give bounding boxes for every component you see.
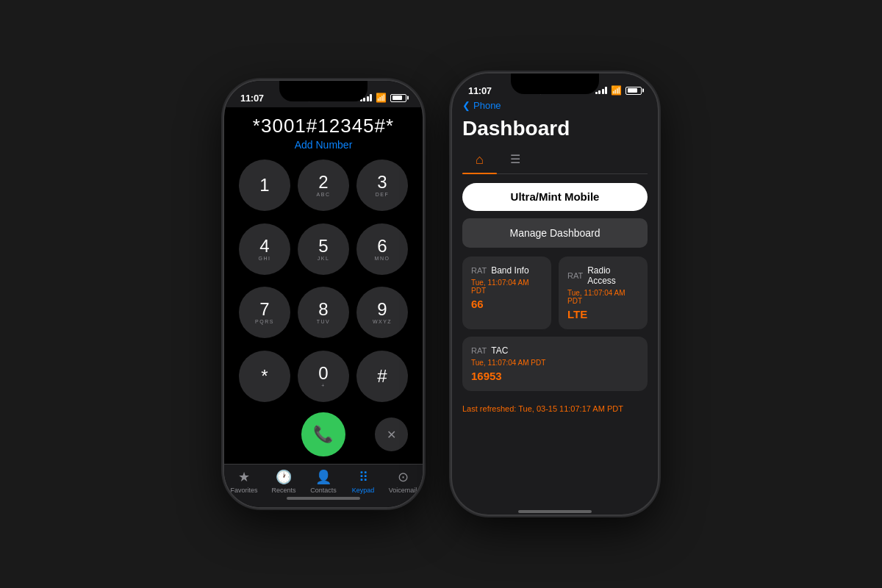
battery-icon [390, 94, 406, 102]
dialer-screen: 11:07 ▶ 📶 *3001#12345#* Add Number [224, 81, 423, 507]
tac-rat-label: RAT [471, 346, 487, 355]
key-2[interactable]: 2ABC [298, 159, 349, 211]
back-text[interactable]: Phone [473, 100, 501, 111]
notch [279, 81, 368, 101]
key-9[interactable]: 9WXYZ [356, 287, 408, 338]
key-6[interactable]: 6MNO [356, 223, 408, 275]
tac-card: RAT TAC Tue, 11:07:04 AM PDT 16953 [462, 337, 648, 391]
call-button[interactable]: 📞 [301, 412, 345, 456]
key-1[interactable]: 1 [239, 159, 290, 211]
phone-dialer: 11:07 ▶ 📶 *3001#12345#* Add Number [224, 81, 423, 507]
manage-label: Manage Dashboard [510, 227, 600, 239]
tab-bar: ★Favorites🕐Recents👤Contacts⠿Keypad⊙Voice… [224, 464, 423, 507]
notch-right [511, 74, 599, 94]
tab-label-keypad: Keypad [352, 487, 375, 494]
band-time: Tue, 11:07:04 AM PDT [471, 279, 542, 295]
battery-icon-right [625, 87, 642, 95]
dashboard-screen: 11:07 ▶ 📶 ❮ Phone [452, 74, 658, 514]
key-7[interactable]: 7PQRS [239, 287, 290, 338]
dialer-actions: 📞 ✕ [224, 406, 423, 464]
band-value: 66 [471, 298, 542, 310]
key-star[interactable]: * [239, 351, 290, 402]
radio-access-card: RAT Radio Access Tue, 11:07:04 AM PDT LT… [559, 257, 648, 329]
add-number-link[interactable]: Add Number [224, 139, 423, 159]
band-rat-label: RAT [471, 266, 487, 275]
tab-label-favorites: Favorites [230, 487, 257, 494]
dashboard-title: Dashboard [462, 114, 648, 140]
key-4[interactable]: 4GHI [239, 223, 290, 275]
tab-keypad[interactable]: ⠿Keypad [347, 469, 379, 494]
key-5[interactable]: 5JKL [298, 223, 349, 275]
home-indicator-right [518, 510, 592, 513]
key-0[interactable]: 0+ [298, 351, 349, 402]
tab-recents[interactable]: 🕐Recents [268, 469, 300, 494]
radio-rat-label: RAT [567, 271, 583, 280]
tab-favorites[interactable]: ★Favorites [228, 469, 260, 494]
tac-value: 16953 [471, 370, 639, 382]
delete-icon: ✕ [387, 428, 396, 442]
status-icons-dashboard: 📶 [595, 85, 642, 96]
menu-tab-icon: ☰ [510, 153, 520, 165]
provider-pill[interactable]: Ultra/Mint Mobile [462, 183, 648, 211]
dash-content: Dashboard ⌂ ☰ Ultra/Mint Mobile [452, 114, 658, 507]
tab-icon-favorites: ★ [238, 469, 250, 485]
tab-label-contacts: Contacts [310, 487, 337, 494]
status-icons-dialer: 📶 [360, 93, 407, 103]
tab-icon-contacts: 👤 [315, 469, 331, 485]
key-hash[interactable]: # [356, 351, 408, 402]
tab-icon-voicemail: ⊙ [398, 469, 409, 485]
status-time-dialer: 11:07 [240, 93, 264, 104]
last-refreshed: Last refreshed: Tue, 03-15 11:07:17 AM P… [462, 398, 648, 416]
delete-button[interactable]: ✕ [375, 417, 408, 451]
tab-label-voicemail: Voicemail [389, 487, 417, 494]
tab-contacts[interactable]: 👤Contacts [307, 469, 340, 494]
tab-home[interactable]: ⌂ [462, 148, 497, 173]
tac-time: Tue, 11:07:04 AM PDT [471, 359, 639, 367]
back-chevron-icon: ❮ [462, 100, 470, 111]
key-3[interactable]: 3DEF [356, 159, 408, 211]
band-info-card: RAT Band Info Tue, 11:07:04 AM PDT 66 [462, 257, 551, 329]
band-type-label: Band Info [491, 265, 528, 276]
home-tab-icon: ⌂ [476, 152, 484, 167]
provider-label: Ultra/Mint Mobile [511, 190, 600, 203]
dialer-number: *3001#12345#* [224, 107, 423, 139]
tab-menu[interactable]: ☰ [497, 148, 534, 173]
back-nav: ❮ Phone [452, 100, 658, 114]
tab-items: ★Favorites🕐Recents👤Contacts⠿Keypad⊙Voice… [224, 469, 423, 494]
phones-container: 11:07 ▶ 📶 *3001#12345#* Add Number [224, 74, 658, 514]
band-card-header: RAT Band Info [471, 265, 542, 276]
status-time-dashboard: 11:07 [468, 85, 492, 96]
radio-card-header: RAT Radio Access [567, 265, 639, 286]
wifi-icon: 📶 [376, 93, 387, 103]
keypad: 12ABC3DEF4GHI5JKL6MNO7PQRS8TUV9WXYZ*0+# [224, 159, 423, 406]
tab-voicemail[interactable]: ⊙Voicemail [387, 469, 419, 494]
radio-value: LTE [567, 308, 639, 320]
tab-icon-recents: 🕐 [276, 469, 292, 485]
wifi-icon-right: 📶 [611, 85, 622, 96]
tab-icon-keypad: ⠿ [359, 469, 368, 485]
phone-dashboard: 11:07 ▶ 📶 ❮ Phone [452, 74, 658, 514]
radio-type-label: Radio Access [587, 265, 639, 286]
tab-label-recents: Recents [271, 487, 295, 494]
radio-time: Tue, 11:07:04 AM PDT [567, 289, 639, 305]
key-8[interactable]: 8TUV [298, 287, 349, 338]
tac-type-label: TAC [491, 345, 508, 356]
call-icon: 📞 [313, 425, 333, 444]
dash-tabs: ⌂ ☰ [462, 148, 648, 174]
tac-card-header: RAT TAC [471, 345, 639, 356]
manage-dashboard-button[interactable]: Manage Dashboard [462, 218, 648, 248]
home-indicator [287, 497, 360, 500]
info-cards-row: RAT Band Info Tue, 11:07:04 AM PDT 66 RA… [462, 257, 648, 329]
